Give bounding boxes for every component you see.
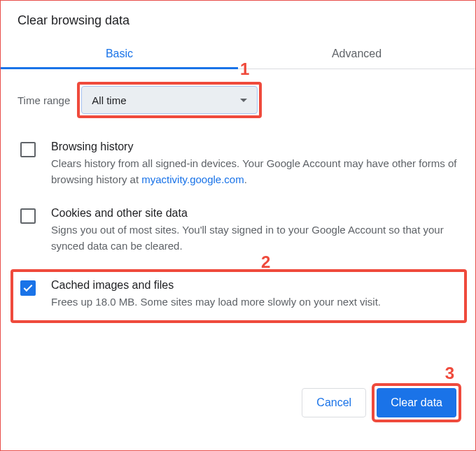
- clear-data-button[interactable]: Clear data: [377, 388, 456, 417]
- option-browsing-history: Browsing history Clears history from all…: [18, 136, 461, 203]
- option-cache: Cached images and files Frees up 18.0 MB…: [10, 269, 467, 323]
- option-desc: Signs you out of most sites. You'll stay…: [51, 222, 461, 254]
- callout-2: 2: [261, 252, 270, 272]
- option-title: Browsing history: [51, 141, 461, 153]
- option-title: Cookies and other site data: [51, 207, 461, 220]
- option-cookies: Cookies and other site data Signs you ou…: [18, 203, 461, 269]
- tab-basic[interactable]: Basic: [1, 39, 238, 69]
- cancel-button[interactable]: Cancel: [302, 388, 366, 417]
- option-title: Cached images and files: [51, 279, 461, 292]
- option-desc: Clears history from all signed-in device…: [51, 156, 461, 187]
- callout-1: 1: [240, 59, 249, 79]
- callout-3: 3: [445, 364, 454, 383]
- myactivity-link[interactable]: myactivity.google.com: [141, 173, 244, 185]
- clear-browsing-data-dialog: Clear browsing data Basic Advanced Time …: [1, 1, 475, 431]
- dialog-buttons: Cancel 3 Clear data: [18, 383, 461, 422]
- tabs: Basic Advanced: [1, 39, 475, 69]
- option-desc: Frees up 18.0 MB. Some sites may load mo…: [51, 294, 461, 310]
- time-range-select[interactable]: All time: [81, 86, 258, 114]
- checkbox-browsing-history[interactable]: [20, 142, 36, 157]
- checkbox-cache[interactable]: [20, 280, 36, 296]
- chevron-down-icon: [240, 99, 247, 102]
- checkbox-cookies[interactable]: [20, 208, 36, 224]
- callout-box-1: All time: [77, 82, 262, 118]
- callout-box-3: 3 Clear data: [372, 383, 461, 422]
- time-range-value: All time: [92, 94, 126, 106]
- tab-advanced[interactable]: Advanced: [238, 39, 475, 69]
- time-range-row: Time range All time 1: [18, 82, 461, 118]
- checkmark-icon: [24, 282, 33, 292]
- dialog-title: Clear browsing data: [18, 13, 461, 28]
- time-range-label: Time range: [18, 94, 70, 106]
